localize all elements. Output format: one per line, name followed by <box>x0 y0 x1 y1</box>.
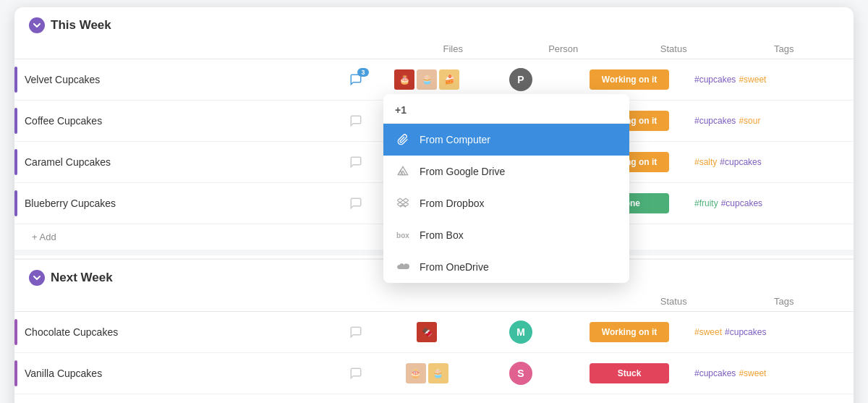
tag: #sweet <box>739 368 766 378</box>
dropdown-item-from-computer[interactable]: From Computer <box>383 124 629 156</box>
tag: #cupcakes <box>721 198 762 208</box>
tags-cell: #cupcakes #sweet <box>687 75 854 85</box>
status-cell: Stuck <box>571 363 687 383</box>
this-week-title: This Week <box>51 18 111 33</box>
tag: #sour <box>739 116 760 126</box>
row-bar <box>14 149 17 175</box>
dropdown-item-label: From Google Drive <box>420 166 505 177</box>
file-thumb: 🧁 <box>417 69 437 90</box>
row-name-cell: Blueberry Cupcakes <box>14 183 383 224</box>
col-files: Files <box>398 43 509 54</box>
tag: #cupcakes <box>694 75 736 85</box>
row-name: Coffee Cupcakes <box>25 115 339 127</box>
next-week-table-header: Status Tags <box>14 292 854 312</box>
tags-cell: #sweet #cupcakes <box>687 327 854 337</box>
chat-icon[interactable] <box>346 322 366 342</box>
col-status: Status <box>618 296 729 307</box>
col-tags: Tags <box>729 296 840 307</box>
row-name: Vanilla Cupcakes <box>25 368 339 379</box>
tag: #fruity <box>694 198 718 208</box>
tags-cell: #cupcakes #sour <box>687 116 854 126</box>
tag: #sweet <box>739 75 766 85</box>
person-cell: S <box>470 362 571 385</box>
row-bar <box>14 360 17 386</box>
onedrive-icon <box>395 259 411 275</box>
row-name: Chocolate Cupcakes <box>25 326 339 338</box>
avatar: M <box>509 321 532 344</box>
file-thumb: 🎂 <box>406 363 426 383</box>
dropdown-item-label: From Dropbox <box>420 198 484 209</box>
dropdown-item-box[interactable]: box From Box <box>383 219 629 251</box>
row-name-cell: Caramel Cupcakes <box>14 142 383 182</box>
dropdown-header: +1 <box>383 94 629 124</box>
col-name <box>29 43 398 54</box>
file-thumb: 🍫 <box>417 322 437 342</box>
file-thumb: 🎂 <box>394 69 414 90</box>
avatar: P <box>509 68 532 91</box>
tag: #sweet <box>694 327 722 337</box>
dropdown-item-label: From OneDrive <box>420 261 489 273</box>
file-thumb: 🍰 <box>439 69 459 90</box>
dropdown-item-label: From Box <box>420 229 464 241</box>
col-files <box>398 296 509 307</box>
dropbox-icon <box>395 195 411 211</box>
status-cell: Working on it <box>571 322 687 342</box>
tags-cell: #fruity #cupcakes <box>687 198 854 208</box>
row-bar <box>14 108 17 134</box>
row-bar <box>14 190 17 216</box>
dropdown-item-google-drive[interactable]: From Google Drive <box>383 156 629 187</box>
tag: #cupcakes <box>720 157 761 167</box>
chat-icon[interactable] <box>346 152 366 172</box>
chat-icon[interactable]: 3 <box>346 69 366 90</box>
tag: #cupcakes <box>694 368 736 378</box>
row-name: Blueberry Cupcakes <box>25 198 339 209</box>
box-icon: box <box>395 227 411 243</box>
dropdown-item-onedrive[interactable]: From OneDrive <box>383 251 629 283</box>
file-upload-dropdown: +1 From Computer From Google Drive <box>383 94 629 283</box>
chat-icon[interactable] <box>346 193 366 213</box>
person-cell: M <box>470 321 571 344</box>
row-name: Velvet Cupcakes <box>25 74 339 85</box>
tags-cell: #salty #cupcakes <box>687 157 854 167</box>
paperclip-icon <box>395 132 411 148</box>
col-status: Status <box>618 43 729 54</box>
table-row: Chocolate Cupcakes 🍫 M Working on it #sw… <box>14 312 854 353</box>
next-week-title: Next Week <box>51 271 113 285</box>
add-row-button[interactable]: + Add <box>14 394 854 403</box>
status-cell: Working on it <box>571 69 687 90</box>
next-week-chevron[interactable] <box>29 270 45 286</box>
row-name-cell: Coffee Cupcakes <box>14 101 383 141</box>
tag: #salty <box>694 157 717 167</box>
row-name-cell: Vanilla Cupcakes <box>14 353 383 394</box>
chat-badge: 3 <box>357 68 369 77</box>
table-row: Vanilla Cupcakes 🎂 🧁 S Stuck #cupcakes #… <box>14 353 854 394</box>
col-person <box>509 296 619 307</box>
col-person: Person <box>509 43 619 54</box>
person-cell: P <box>470 68 571 91</box>
app-container: This Week Files Person Status Tags Velve… <box>14 7 854 403</box>
files-cell[interactable]: 🎂 🧁 🍰 <box>383 65 470 94</box>
this-week-chevron[interactable] <box>29 17 45 33</box>
status-badge[interactable]: Stuck <box>590 363 669 383</box>
status-badge[interactable]: Working on it <box>590 69 669 90</box>
file-thumb: 🧁 <box>428 363 448 383</box>
col-name <box>29 296 398 307</box>
this-week-header: This Week <box>14 7 854 39</box>
dropdown-item-label: From Computer <box>420 134 490 145</box>
files-cell[interactable]: 🎂 🧁 <box>383 359 470 388</box>
row-bar <box>14 67 17 93</box>
row-name-cell: Chocolate Cupcakes <box>14 312 383 352</box>
files-cell[interactable]: 🍫 <box>383 318 470 347</box>
col-tags: Tags <box>729 43 840 54</box>
row-name-cell: Velvet Cupcakes 3 <box>14 59 383 100</box>
tag: #cupcakes <box>694 116 736 126</box>
google-drive-icon <box>395 164 411 179</box>
chat-icon[interactable] <box>346 111 366 131</box>
tag: #cupcakes <box>725 327 766 337</box>
status-badge[interactable]: Working on it <box>590 322 669 342</box>
tags-cell: #cupcakes #sweet <box>687 368 854 378</box>
avatar: S <box>509 362 532 385</box>
row-bar <box>14 319 17 345</box>
chat-icon[interactable] <box>346 363 366 383</box>
dropdown-item-dropbox[interactable]: From Dropbox <box>383 187 629 219</box>
